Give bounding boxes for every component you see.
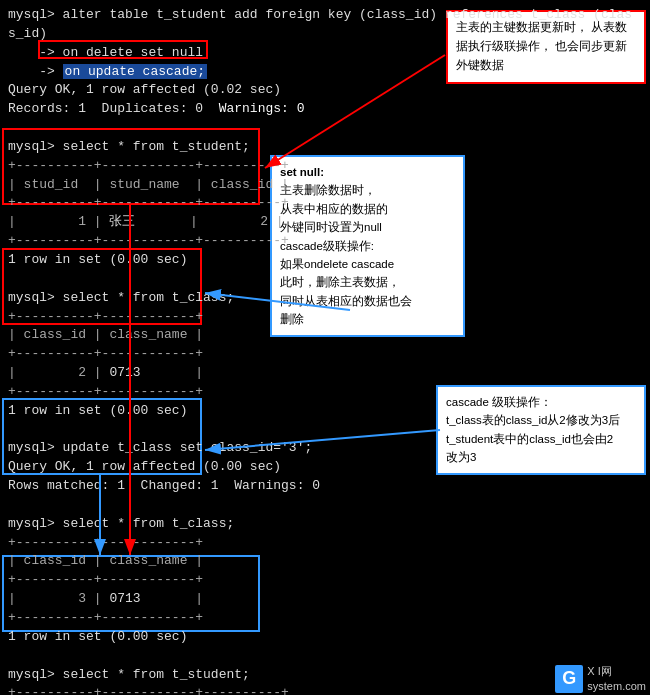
blank-1 xyxy=(8,119,642,138)
line-31: +----------+------------+ xyxy=(8,571,642,590)
line-36: mysql> select * from t_student; xyxy=(8,666,642,685)
line-2: s_id) xyxy=(8,25,642,44)
terminal-window: mysql> alter table t_student add foreign… xyxy=(0,0,650,695)
line-21: +----------+------------+ xyxy=(8,383,642,402)
line-16: mysql> select * from t_class; xyxy=(8,289,642,308)
blank-5 xyxy=(8,647,642,666)
blank-3 xyxy=(8,421,642,440)
line-14: 1 row in set (0.00 sec) xyxy=(8,251,642,270)
line-24: mysql> update t_class set class_id='3'; xyxy=(8,439,642,458)
line-20: | 2 | 0713 | xyxy=(8,364,642,383)
line-11: +----------+------------+----------+ xyxy=(8,194,642,213)
line-28: mysql> select * from t_class; xyxy=(8,515,642,534)
line-25: Query OK, 1 row affected (0.00 sec) xyxy=(8,458,642,477)
line-18: | class_id | class_name | xyxy=(8,326,642,345)
line-3: -> on delete set null xyxy=(8,44,642,63)
line-22: 1 row in set (0.00 sec) xyxy=(8,402,642,421)
highlight-cascade: on update cascade; xyxy=(63,64,207,79)
blank-4 xyxy=(8,496,642,515)
line-4: -> on update cascade; xyxy=(8,63,642,82)
line-26: Rows matched: 1 Changed: 1 Warnings: 0 xyxy=(8,477,642,496)
line-6: Records: 1 Duplicates: 0 Warnings: 0 xyxy=(8,100,642,119)
line-10: | stud_id | stud_name | class_id | xyxy=(8,176,642,195)
line-8: mysql> select * from t_student; xyxy=(8,138,642,157)
line-9: +----------+------------+----------+ xyxy=(8,157,642,176)
line-13: +----------+------------+----------+ xyxy=(8,232,642,251)
line-33: +----------+------------+ xyxy=(8,609,642,628)
line-5: Query OK, 1 row affected (0.02 sec) xyxy=(8,81,642,100)
line-37: +----------+------------+----------+ xyxy=(8,684,642,695)
line-32: | 3 | 0713 | xyxy=(8,590,642,609)
line-12: | 1 | 张三 | 2 | xyxy=(8,213,642,232)
line-30: | class_id | class_name | xyxy=(8,552,642,571)
line-19: +----------+------------+ xyxy=(8,345,642,364)
line-34: 1 row in set (0.00 sec) xyxy=(8,628,642,647)
line-1: mysql> alter table t_student add foreign… xyxy=(8,6,642,25)
line-29: +----------+------------+ xyxy=(8,534,642,553)
line-17: +----------+------------+ xyxy=(8,308,642,327)
blank-2 xyxy=(8,270,642,289)
terminal-content: mysql> alter table t_student add foreign… xyxy=(8,6,642,695)
